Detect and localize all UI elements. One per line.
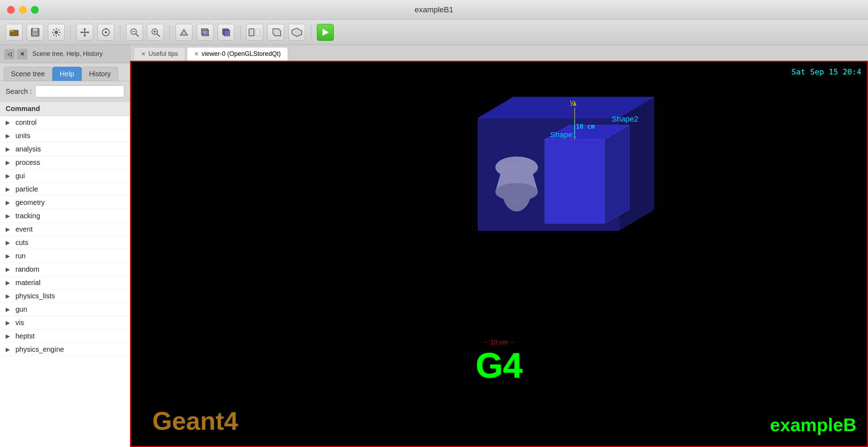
cmd-item-process[interactable]: ▶process	[0, 156, 130, 169]
side-view-button[interactable]	[267, 24, 284, 41]
tab-help[interactable]: Help	[52, 67, 82, 81]
cmd-item-random[interactable]: ▶random	[0, 263, 130, 276]
run-button[interactable]	[317, 24, 334, 41]
cmd-item-heptst[interactable]: ▶heptst	[0, 330, 130, 343]
panel-tab-label: Scene tree, Help, History	[32, 50, 103, 58]
cmd-label-heptst: heptst	[15, 332, 34, 340]
search-label: Search :	[6, 88, 32, 96]
move-button[interactable]	[76, 24, 93, 41]
cmd-label-geometry: geometry	[15, 199, 45, 207]
toolbar-separator-3	[170, 25, 170, 39]
cmd-arrow-geometry: ▶	[6, 199, 13, 206]
cmd-arrow-process: ▶	[6, 159, 13, 166]
cmd-item-cuts[interactable]: ▶cuts	[0, 236, 130, 250]
tab-useful-tips[interactable]: ✕ Useful tips	[134, 47, 185, 60]
zoom-in-button[interactable]	[147, 24, 164, 41]
viewer-tabs: ✕ Useful tips ✕ viewer-0 (OpenGLStoredQt…	[130, 45, 868, 61]
search-input[interactable]	[35, 85, 124, 97]
cmd-item-vis[interactable]: ▶vis	[0, 316, 130, 330]
close-viewer-0-icon[interactable]: ✕	[194, 51, 199, 57]
settings-button[interactable]	[48, 24, 65, 41]
zoom-out-button[interactable]	[126, 24, 143, 41]
svg-rect-4	[33, 32, 38, 35]
cmd-label-units: units	[15, 132, 30, 140]
window-title: exampleB1	[415, 5, 453, 14]
svg-rect-25	[224, 30, 230, 36]
cmd-item-physics_engine[interactable]: ▶physics_engine	[0, 343, 130, 356]
rotate-button[interactable]	[97, 24, 114, 41]
scene-svg: y 10 cm Shape1 Shape2	[450, 90, 696, 266]
ruler-label: 10 cm	[490, 339, 508, 346]
svg-text:Shape2: Shape2	[612, 115, 638, 123]
svg-point-7	[105, 31, 107, 33]
svg-line-11	[136, 34, 139, 37]
toolbar-separator-1	[70, 25, 71, 39]
tab-viewer-0[interactable]: ✕ viewer-0 (OpenGLStoredQt)	[187, 47, 288, 60]
cmd-label-physics_lists: physics_lists	[15, 292, 55, 300]
close-useful-tips-icon[interactable]: ✕	[141, 51, 146, 57]
svg-text:Shape1: Shape1	[550, 130, 577, 139]
cmd-item-particle[interactable]: ▶particle	[0, 183, 130, 196]
cmd-item-material[interactable]: ▶material	[0, 276, 130, 290]
g4-logo-area: ← 10 cm → G4	[476, 339, 522, 383]
front-view-button[interactable]	[246, 24, 263, 41]
cmd-arrow-physics_engine: ▶	[6, 346, 13, 353]
cmd-label-physics_engine: physics_engine	[15, 345, 64, 354]
cmd-arrow-heptst: ▶	[6, 333, 13, 339]
cmd-item-event[interactable]: ▶event	[0, 223, 130, 236]
panel-tabs: Scene tree Help History	[0, 63, 130, 81]
right-panel: ✕ Useful tips ✕ viewer-0 (OpenGLStoredQt…	[130, 45, 868, 447]
cmd-label-cuts: cuts	[15, 239, 28, 247]
cmd-label-tracking: tracking	[15, 212, 40, 220]
svg-text:10 cm: 10 cm	[576, 123, 595, 130]
cmd-label-vis: vis	[15, 319, 24, 327]
perspective-button[interactable]	[175, 24, 192, 41]
toolbar	[0, 20, 868, 45]
tab-scene-tree[interactable]: Scene tree	[4, 67, 52, 81]
cmd-item-physics_lists[interactable]: ▶physics_lists	[0, 290, 130, 303]
cmd-arrow-random: ▶	[6, 266, 13, 273]
tab-history[interactable]: History	[82, 67, 118, 81]
close-button[interactable]	[7, 6, 15, 14]
titlebar: exampleB1	[0, 0, 868, 20]
command-list-header: Command	[0, 102, 130, 116]
cube-wire-button[interactable]	[197, 24, 213, 41]
timestamp: Sat Sep 15 20:4	[791, 67, 861, 76]
cmd-item-control[interactable]: ▶control	[0, 116, 130, 129]
cmd-item-units[interactable]: ▶units	[0, 129, 130, 143]
open-button[interactable]	[6, 24, 23, 41]
3d-scene: y 10 cm Shape1 Shape2	[450, 90, 696, 267]
panel-icon-right[interactable]: ✕	[17, 49, 27, 59]
cmd-arrow-tracking: ▶	[6, 213, 13, 219]
cmd-item-geometry[interactable]: ▶geometry	[0, 196, 130, 209]
top-view-button[interactable]	[288, 24, 305, 41]
cmd-arrow-material: ▶	[6, 279, 13, 286]
cmd-item-analysis[interactable]: ▶analysis	[0, 143, 130, 156]
cmd-item-run[interactable]: ▶run	[0, 250, 130, 263]
toolbar-separator-5	[311, 25, 311, 39]
cmd-arrow-event: ▶	[6, 226, 13, 233]
cmd-label-process: process	[15, 158, 40, 167]
cmd-item-tracking[interactable]: ▶tracking	[0, 209, 130, 223]
cmd-label-gun: gun	[15, 305, 27, 313]
search-row: Search :	[0, 81, 130, 102]
viewer-canvas[interactable]: Sat Sep 15 20:4	[130, 61, 868, 447]
watermark: Geant4	[152, 407, 238, 435]
panel-icon-left[interactable]: ◁	[4, 49, 15, 59]
svg-marker-33	[605, 125, 629, 224]
svg-point-8	[105, 28, 107, 30]
cube-solid-button[interactable]	[218, 24, 235, 41]
save-button[interactable]	[27, 24, 44, 41]
g4-ruler: ← 10 cm →	[483, 339, 515, 346]
tab-useful-tips-label: Useful tips	[148, 50, 178, 58]
example-label: exampleB	[770, 414, 856, 435]
cmd-label-random: random	[15, 265, 39, 273]
maximize-button[interactable]	[31, 6, 39, 14]
cmd-arrow-run: ▶	[6, 253, 13, 259]
cmd-arrow-vis: ▶	[6, 319, 13, 326]
command-list: Command ▶control▶units▶analysis▶process▶…	[0, 102, 130, 447]
minimize-button[interactable]	[19, 6, 27, 14]
cmd-item-gui[interactable]: ▶gui	[0, 169, 130, 183]
svg-rect-26	[249, 29, 254, 36]
cmd-item-gun[interactable]: ▶gun	[0, 303, 130, 316]
